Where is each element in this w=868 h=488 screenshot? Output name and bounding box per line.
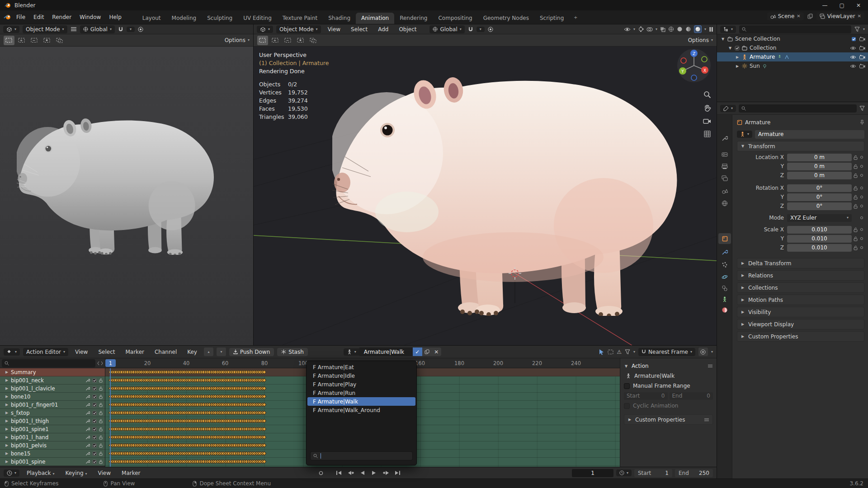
tab-physics[interactable] — [718, 272, 731, 282]
enable-checkbox-icon[interactable] — [92, 386, 97, 391]
enable-checkbox-icon[interactable] — [92, 411, 97, 415]
dropdown-item-walk-around[interactable]: F Armature|Walk_Around — [307, 406, 415, 414]
channel-row[interactable]: ▶bip001_neck — [0, 376, 105, 385]
properties-search-field[interactable] — [739, 104, 857, 113]
tab-output[interactable] — [718, 161, 731, 172]
menu-select[interactable]: Select — [94, 347, 118, 357]
channel-row[interactable]: ▶bone15 — [0, 450, 105, 458]
animate-dot[interactable] — [859, 237, 864, 240]
lock-icon[interactable] — [852, 155, 859, 160]
scale-x-field[interactable]: 0.010 — [787, 226, 852, 234]
enable-checkbox-icon[interactable] — [92, 419, 97, 423]
orientation-selector-left[interactable]: Global▾ — [80, 25, 115, 33]
dropdown-search-field[interactable] — [310, 451, 413, 460]
lock-icon[interactable] — [852, 204, 859, 209]
menu-channel[interactable]: Channel — [151, 347, 180, 357]
tab-object[interactable] — [718, 233, 731, 244]
disclosure-icon[interactable]: ▼ — [721, 37, 725, 41]
section-visibility[interactable]: ▶Visibility — [737, 307, 864, 317]
channel-row[interactable]: ▶bip001_l_thigh — [0, 417, 105, 425]
channel-row[interactable]: ▶bip001_l_hand — [0, 433, 105, 441]
select-subtract-tool[interactable] — [283, 36, 293, 45]
dropdown-item-walk[interactable]: F Armature|Walk — [307, 397, 415, 406]
outliner-row-sun[interactable]: ▶ Sun — [717, 61, 868, 70]
viewport-right-canvas[interactable]: User Perspective (1) Collection | Armatu… — [254, 47, 717, 346]
unlink-action-button[interactable]: ✕ — [432, 347, 441, 356]
scene-unlink-icon[interactable]: ✕ — [797, 13, 800, 19]
editor-type-timeline[interactable]: ▾ — [4, 469, 19, 477]
editor-type-3dview-left[interactable]: ▾ — [3, 26, 19, 33]
editor-type-outliner[interactable]: ▾ — [720, 26, 736, 33]
menu-view[interactable]: View — [94, 469, 114, 478]
dropdown-item-eat[interactable]: F Armature|Eat — [307, 363, 415, 371]
tab-render[interactable] — [718, 149, 731, 160]
lock-icon[interactable] — [99, 451, 103, 456]
mode-selector-left[interactable]: Object Mode▾ — [23, 25, 67, 33]
enable-checkbox-icon[interactable] — [92, 403, 97, 407]
tool-options-right[interactable]: Options▾ — [688, 37, 713, 43]
filter-icon[interactable] — [854, 27, 860, 32]
menu-file[interactable]: File — [13, 13, 29, 22]
lock-icon[interactable] — [852, 195, 859, 200]
expand-collapse-icon[interactable] — [97, 361, 103, 366]
lock-icon[interactable] — [852, 236, 859, 241]
tab-scene[interactable] — [718, 185, 731, 196]
animate-dot[interactable] — [859, 246, 864, 249]
collection-checkbox-icon[interactable] — [735, 46, 740, 51]
show-errors-toggle[interactable]: ⚠ — [617, 349, 622, 355]
minimize-button[interactable]: — — [822, 2, 828, 9]
lock-icon[interactable] — [852, 245, 859, 250]
location-y-field[interactable]: 0 m — [787, 163, 852, 170]
snap-options-left[interactable]: ▾ — [127, 27, 135, 32]
menu-edit[interactable]: Edit — [30, 13, 47, 22]
mode-selector-right[interactable]: Object Mode▾ — [276, 25, 321, 33]
menu-marker[interactable]: Marker — [118, 469, 144, 478]
menu-view[interactable]: View — [324, 25, 344, 34]
tab-scripting[interactable]: Scripting — [534, 13, 569, 24]
toggle-grid-icon[interactable] — [703, 130, 711, 138]
channel-row[interactable]: ▶bone10 — [0, 393, 105, 401]
enable-checkbox-icon[interactable] — [92, 435, 97, 440]
maximize-button[interactable]: ▢ — [840, 2, 844, 9]
animate-dot[interactable] — [859, 205, 864, 207]
breadcrumb-object[interactable]: Armature — [745, 119, 770, 126]
frame-start-field[interactable]: Start 1 — [634, 469, 672, 477]
select-subtract-tool[interactable] — [29, 36, 40, 45]
select-box-tool[interactable] — [4, 36, 14, 45]
snap-magnet-icon[interactable] — [118, 27, 123, 32]
action-end-field[interactable]: End 0 — [670, 392, 713, 400]
current-frame-indicator[interactable]: 1 — [105, 359, 116, 367]
modifier-icon[interactable] — [85, 386, 90, 391]
section-motion-paths[interactable]: ▶Motion Paths — [737, 295, 864, 305]
channel-search-field[interactable] — [2, 359, 95, 367]
overlays-icon[interactable] — [646, 27, 653, 32]
manual-frame-range-row[interactable]: Manual Frame Range — [624, 381, 713, 391]
dopesheet-mode-dropdown[interactable]: Action Editor▾ — [23, 348, 68, 356]
dropdown-item-run[interactable]: F Armature|Run — [307, 389, 415, 397]
channel-row[interactable]: ▶bip001_l_clavicle — [0, 385, 105, 393]
current-frame-field[interactable]: 1 — [572, 469, 613, 477]
tab-modeling[interactable]: Modeling — [166, 13, 202, 24]
lock-icon[interactable] — [99, 435, 103, 440]
action-start-field[interactable]: Start 0 — [624, 392, 668, 400]
modifier-icon[interactable] — [85, 394, 90, 399]
lock-icon[interactable] — [99, 411, 103, 415]
animate-dot[interactable] — [859, 156, 864, 159]
lock-icon[interactable] — [852, 173, 859, 178]
manual-frame-range-checkbox[interactable] — [624, 383, 630, 389]
rotation-z-field[interactable]: 0° — [787, 202, 852, 210]
panel-menu-icon[interactable] — [704, 418, 709, 422]
camera-icon[interactable] — [859, 64, 865, 68]
current-frame-line[interactable] — [110, 368, 111, 467]
proportional-edit-icon[interactable] — [138, 27, 143, 32]
tab-layout[interactable]: Layout — [137, 13, 166, 24]
play-reverse-button[interactable] — [357, 469, 368, 477]
fake-user-toggle[interactable]: ✓ — [413, 347, 422, 356]
jump-to-start-button[interactable] — [334, 469, 344, 477]
lock-icon[interactable] — [852, 164, 859, 169]
tab-geometry-nodes[interactable]: Geometry Nodes — [478, 13, 534, 24]
enable-checkbox-icon[interactable] — [92, 378, 97, 383]
hamburger-icon[interactable] — [71, 27, 77, 32]
enable-checkbox-icon[interactable] — [92, 394, 97, 399]
lock-icon[interactable] — [99, 427, 103, 432]
